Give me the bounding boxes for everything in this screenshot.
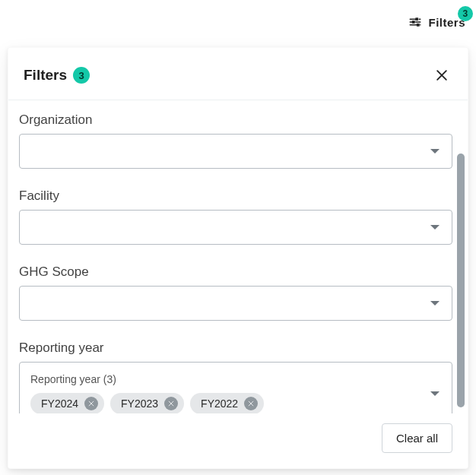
chip-label: FY2024 [41,397,78,410]
chip-remove-button[interactable] [244,397,258,410]
ghg-scope-select[interactable] [19,286,452,321]
reporting-year-chip-row: FY2024FY2023FY2022 [30,393,417,413]
chevron-down-icon [430,149,440,154]
close-icon [87,400,95,407]
field-label: Organization [19,112,452,128]
clear-all-button[interactable]: Clear all [382,423,452,453]
filters-panel-header: Filters 3 [8,48,468,100]
reporting-year-inner-label: Reporting year (3) [30,373,417,385]
chevron-down-icon [430,301,440,306]
field-ghg-scope: GHG Scope [19,264,452,321]
chevron-down-icon [430,225,440,230]
scrollbar-thumb[interactable] [457,154,465,407]
field-label: GHG Scope [19,264,452,280]
filters-panel-count-badge: 3 [73,67,90,84]
svg-rect-0 [416,18,418,21]
chip-remove-button[interactable] [84,397,98,410]
reporting-year-chip: FY2024 [30,393,104,413]
filters-trigger-button[interactable]: Filters 3 [408,15,465,29]
field-organization: Organization [19,112,452,169]
field-facility: Facility [19,188,452,245]
close-icon [167,400,175,407]
filters-scroll-area[interactable]: Organization Facility GHG Scope [8,100,468,413]
close-icon [434,68,449,83]
field-label: Facility [19,188,452,204]
close-button[interactable] [431,65,452,86]
facility-select[interactable] [19,210,452,245]
reporting-year-chip: FY2022 [190,393,264,413]
svg-rect-1 [413,21,415,24]
filters-panel-footer: Clear all [8,413,468,468]
filters-panel: Filters 3 Organization Facility [8,47,468,469]
chevron-down-icon [430,391,440,396]
tune-icon [408,15,422,29]
reporting-year-chip: FY2023 [110,393,184,413]
field-reporting-year: Reporting year Reporting year (3) FY2024… [19,340,452,413]
filters-panel-body: Organization Facility GHG Scope [8,100,468,413]
svg-rect-2 [417,24,420,26]
field-label: Reporting year [19,340,452,356]
reporting-year-select[interactable]: Reporting year (3) FY2024FY2023FY2022 [19,362,452,413]
chip-label: FY2023 [121,397,158,410]
filters-trigger-count-badge: 3 [458,6,473,21]
close-icon [247,400,255,407]
chip-remove-button[interactable] [164,397,178,410]
chip-label: FY2022 [201,397,238,410]
filters-panel-title: Filters [24,67,67,84]
organization-select[interactable] [19,134,452,169]
